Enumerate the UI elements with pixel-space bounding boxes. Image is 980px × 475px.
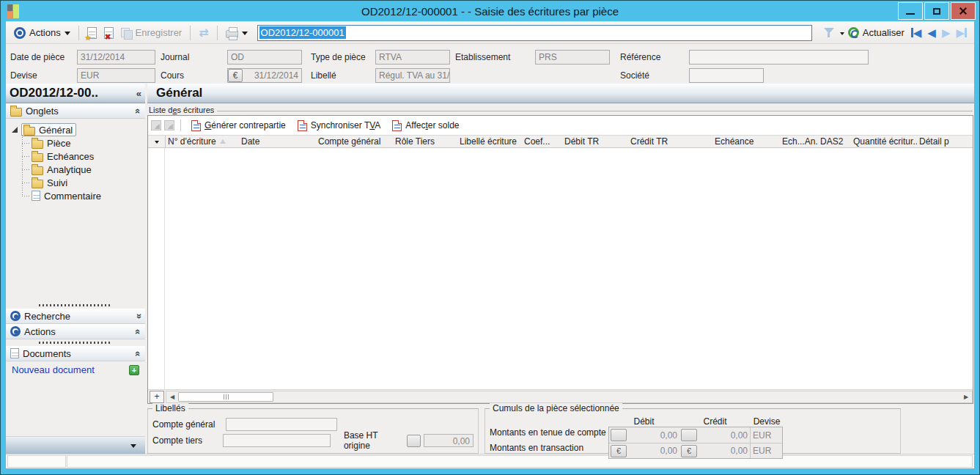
- column-header-echeance[interactable]: Echéance: [712, 136, 780, 147]
- actions-section-header[interactable]: Actions «: [6, 324, 145, 339]
- recherche-section-header[interactable]: Recherche «: [6, 309, 145, 324]
- tree-node-commentaire[interactable]: Commentaire: [29, 189, 142, 202]
- close-button[interactable]: [951, 2, 976, 20]
- new-document-icon: ★: [87, 27, 97, 39]
- libelle-field[interactable]: Régul. TVA au 31/12: [375, 68, 450, 83]
- validate-all-disabled-icon[interactable]: [164, 120, 174, 130]
- column-header-debit-tr[interactable]: Débit TR: [562, 136, 628, 147]
- type-piece-field[interactable]: RTVA: [375, 50, 450, 65]
- document-icon: [10, 348, 19, 358]
- column-header-filter[interactable]: [148, 136, 166, 147]
- header-form: Date de pièce 31/12/2014 Journal OD Type…: [6, 44, 974, 84]
- compte-tiers-field[interactable]: [223, 434, 331, 447]
- document-number-input[interactable]: OD2012/12-000001: [257, 25, 812, 41]
- devise-field[interactable]: EUR: [77, 68, 155, 83]
- filter-dropdown-icon[interactable]: [840, 32, 844, 37]
- synchroniser-tva-button[interactable]: Synchroniser TVA: [293, 119, 386, 133]
- euro-currency-button[interactable]: €: [611, 445, 627, 457]
- euro-currency-button[interactable]: €: [681, 445, 697, 457]
- filter-button[interactable]: [818, 26, 840, 39]
- column-header-compte-general[interactable]: Compte général: [316, 136, 393, 147]
- row-selector-column: [148, 148, 165, 389]
- add-row-button[interactable]: +: [150, 391, 164, 403]
- type-piece-label: Type de pièce: [311, 52, 366, 62]
- refresh-button[interactable]: ⇄: [195, 26, 212, 40]
- tenue-devise-value: EUR: [750, 427, 779, 443]
- tenue-credit-value[interactable]: 0,00: [697, 430, 750, 441]
- panel-splitter[interactable]: [39, 342, 112, 344]
- onglets-panel-header[interactable]: Onglets «: [6, 103, 145, 119]
- actualiser-button[interactable]: Actualiser: [844, 26, 908, 40]
- nav-last-button[interactable]: ▶: [956, 27, 967, 39]
- title-bar: OD2012/12-000001 - - Saisie des écriture…: [1, 1, 979, 21]
- save-button[interactable]: Enregistrer: [117, 26, 186, 40]
- affecter-solde-button[interactable]: Affecter solde: [388, 119, 463, 133]
- column-header-credit-tr[interactable]: Crédit TR: [628, 136, 712, 147]
- currency-button[interactable]: [681, 429, 697, 441]
- add-document-button[interactable]: +: [129, 365, 139, 375]
- euro-currency-button[interactable]: €: [228, 69, 243, 82]
- print-button[interactable]: [222, 26, 251, 40]
- generer-contrepartie-button[interactable]: Générer contrepartie: [187, 119, 290, 133]
- panel-splitter[interactable]: [39, 304, 112, 306]
- currency-button[interactable]: [611, 429, 627, 441]
- cours-field[interactable]: € 31/12/2014: [227, 68, 302, 83]
- sidebar-bottom-bar[interactable]: [6, 436, 145, 454]
- column-header-coef[interactable]: Coef...: [522, 136, 562, 147]
- column-header-das2[interactable]: DAS2: [818, 136, 851, 147]
- libelle-label: Libellé: [311, 70, 336, 81]
- minimize-button[interactable]: [898, 2, 923, 20]
- currency-button[interactable]: [407, 435, 421, 447]
- scroll-right-icon[interactable]: ▶: [960, 391, 972, 402]
- new-document-link[interactable]: Nouveau document: [12, 364, 129, 375]
- montants-transaction-label: Montants en transaction: [490, 443, 608, 458]
- base-ht-field[interactable]: 0,00: [424, 434, 474, 447]
- tree-node-general[interactable]: Général: [12, 123, 142, 136]
- transaction-row: € 0,00 € 0,00 EUR: [609, 443, 782, 458]
- date-piece-field[interactable]: 31/12/2014: [77, 50, 155, 65]
- grid-scroll-row: + ◀ ▶: [148, 389, 973, 403]
- tree-node-echeances[interactable]: Echéances: [29, 150, 142, 163]
- tree-node-piece[interactable]: Pièce: [29, 136, 142, 150]
- chevron-up-icon[interactable]: «: [133, 350, 144, 356]
- validate-disabled-icon[interactable]: [151, 120, 161, 130]
- tree-node-suivi[interactable]: Suivi: [29, 176, 142, 189]
- print-dropdown-icon[interactable]: [242, 32, 248, 38]
- nav-first-button[interactable]: ◀: [911, 27, 922, 39]
- column-header-date[interactable]: Date: [239, 136, 316, 147]
- column-header-n-ecriture[interactable]: N° d'écriture: [166, 136, 239, 147]
- transaction-credit-value[interactable]: 0,00: [697, 446, 750, 456]
- tree-expander-icon[interactable]: [12, 127, 18, 133]
- scrollbar-thumb[interactable]: [178, 392, 273, 402]
- etablissement-field[interactable]: PRS: [535, 50, 610, 65]
- nav-previous-button[interactable]: ◀: [927, 27, 936, 39]
- column-header-quantite[interactable]: Quantité écritur...: [851, 136, 917, 147]
- chevron-up-icon[interactable]: «: [133, 328, 144, 334]
- tree-node-analytique[interactable]: Analytique: [29, 163, 142, 176]
- chevron-down-icon[interactable]: «: [133, 313, 144, 318]
- column-header-ech-an[interactable]: Ech...An...: [780, 136, 818, 147]
- nav-next-button[interactable]: ▶: [942, 27, 951, 39]
- documents-section-header[interactable]: Documents «: [6, 346, 145, 361]
- nav-last-icon: [965, 28, 967, 37]
- journal-field[interactable]: OD: [227, 50, 302, 65]
- collapse-panel-icon[interactable]: «: [136, 88, 141, 99]
- scroll-left-icon[interactable]: ◀: [166, 391, 178, 402]
- devise-label: Devise: [10, 70, 37, 81]
- societe-field[interactable]: [689, 68, 764, 83]
- chevron-up-icon[interactable]: «: [133, 108, 144, 113]
- column-header-libelle-ecriture[interactable]: Libellé écriture: [457, 136, 522, 147]
- column-header-detail[interactable]: Détail p: [917, 136, 973, 147]
- horizontal-scrollbar[interactable]: ◀ ▶: [166, 391, 973, 403]
- tenue-debit-value[interactable]: 0,00: [627, 430, 679, 441]
- column-header-role-tiers[interactable]: Rôle Tiers: [393, 136, 457, 147]
- tree-node-label: Général: [39, 125, 73, 136]
- reference-field[interactable]: [689, 50, 869, 65]
- maximize-button[interactable]: [924, 2, 949, 20]
- tree-connector-line: [22, 183, 29, 183]
- delete-record-button[interactable]: ✖: [100, 26, 117, 40]
- new-record-button[interactable]: ★: [84, 26, 100, 40]
- actions-menu-button[interactable]: Actions: [10, 26, 74, 40]
- compte-general-field[interactable]: [226, 418, 337, 431]
- transaction-debit-value[interactable]: 0,00: [627, 446, 679, 456]
